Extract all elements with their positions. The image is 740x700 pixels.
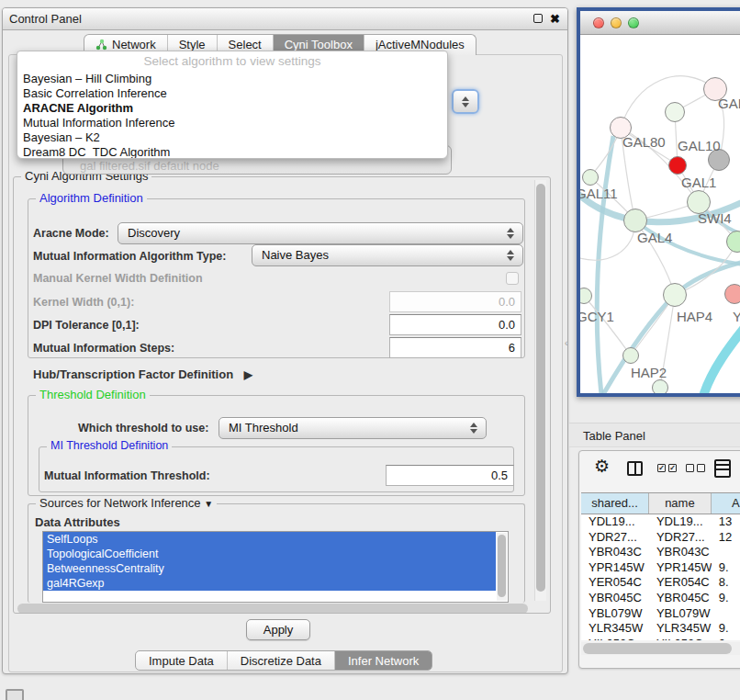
- table-row[interactable]: YDR27...YDR27...12: [581, 530, 740, 546]
- table-cell: 8.: [712, 575, 740, 591]
- network-view-window[interactable]: GALGAL80GAL10GAL1GAL11SWI4GAL4GCY1HAP4YH…: [577, 7, 740, 397]
- algorithm-popup-placeholder: Select algorithm to view settings: [17, 51, 447, 72]
- algorithm-option[interactable]: Dream8 DC_TDC Algorithm: [17, 145, 447, 159]
- table-row[interactable]: YBR045CYBR045C9.: [581, 591, 740, 606]
- network-node[interactable]: [582, 169, 599, 186]
- node-label-gal10: GAL10: [678, 138, 721, 153]
- node-label-y: Y: [733, 309, 740, 324]
- node-label-gal11: GAL11: [580, 186, 618, 201]
- gear-icon[interactable]: ⚙: [594, 458, 610, 475]
- minimize-traffic-light[interactable]: [611, 17, 622, 28]
- aracne-mode-combo[interactable]: Discovery: [118, 222, 523, 244]
- hub-definition-label: Hub/Transcription Factor Definition: [33, 367, 233, 381]
- spinner-arrows-icon: [470, 422, 477, 435]
- close-icon[interactable]: ✖: [550, 13, 562, 25]
- splitter-handle[interactable]: ‹: [565, 338, 567, 348]
- sources-group-title[interactable]: Sources for Network Inference ▼: [36, 496, 217, 510]
- mi-threshold-field[interactable]: 0.5: [386, 465, 514, 486]
- network-canvas[interactable]: GALGAL80GAL10GAL1GAL11SWI4GAL4GCY1HAP4YH…: [580, 35, 740, 393]
- table-cell: YBR045C: [649, 591, 712, 606]
- bottom-tabstrip: Impute DataDiscretize DataInfer Network: [135, 650, 432, 671]
- attribute-item[interactable]: TopologicalCoefficient: [43, 547, 496, 561]
- spinner-arrows-icon: [462, 96, 469, 108]
- network-node[interactable]: [622, 347, 639, 364]
- collapsed-arrow-icon: ▶: [244, 368, 252, 381]
- table-row[interactable]: YBR043CYBR043C: [581, 545, 740, 560]
- table-row[interactable]: YDL19...YDL19...13: [581, 514, 740, 530]
- which-threshold-combo[interactable]: MI Threshold: [219, 417, 487, 439]
- node-label-hap4: HAP4: [677, 309, 712, 324]
- float-window-icon[interactable]: [533, 13, 545, 25]
- deselect-all-boxes-icon[interactable]: [686, 464, 705, 472]
- list-scrollbar[interactable]: [497, 533, 507, 601]
- algorithm-option[interactable]: Bayesian – K2: [17, 130, 447, 145]
- dpi-tolerance-field[interactable]: 0.0: [389, 314, 521, 335]
- zoom-traffic-light[interactable]: [628, 17, 639, 28]
- dock-panel-icon[interactable]: [6, 689, 24, 700]
- column-header[interactable]: name: [649, 493, 712, 514]
- table-cell: YPR145W: [581, 560, 649, 576]
- hub-definition-toggle[interactable]: Hub/Transcription Factor Definition ▶: [33, 367, 252, 381]
- aracne-mode-value: Discovery: [128, 226, 180, 240]
- table-row[interactable]: YER054CYER054C8.: [581, 575, 740, 591]
- table-row[interactable]: YIL052CYIL052C0.: [581, 637, 740, 640]
- network-node[interactable]: [668, 156, 687, 175]
- table-row[interactable]: YPR145WYPR145W9.: [581, 560, 740, 576]
- mi-steps-field[interactable]: 6: [389, 337, 521, 358]
- algorithm-option[interactable]: Basic Correlation Inference: [17, 86, 447, 101]
- mi-type-combo[interactable]: Naive Bayes: [252, 244, 523, 266]
- kernel-width-label: Kernel Width (0,1):: [33, 296, 134, 309]
- tab-label: Select: [229, 38, 262, 51]
- apply-button[interactable]: Apply: [246, 619, 310, 640]
- mi-steps-label: Mutual Information Steps:: [33, 342, 174, 355]
- table-cell: [712, 606, 740, 622]
- tab-label: Network: [112, 38, 156, 51]
- table-cell: 12: [712, 530, 740, 546]
- manual-kernel-checkbox[interactable]: [506, 272, 519, 285]
- table-cell: YLR345W: [581, 621, 649, 637]
- columns-icon[interactable]: [627, 461, 643, 476]
- spinner-arrows-icon: [507, 249, 514, 262]
- table-cell: YBR045C: [581, 591, 649, 606]
- select-all-checks-icon[interactable]: ✓✓: [657, 464, 677, 472]
- algorithm-option[interactable]: Mutual Information Inference: [17, 116, 447, 130]
- expanded-arrow-icon: ▼: [204, 499, 213, 509]
- attribute-item[interactable]: gal4RGexp: [43, 576, 496, 591]
- export-table-icon[interactable]: [714, 459, 731, 478]
- sources-title-text: Sources for Network Inference: [39, 496, 201, 510]
- network-window-titlebar: [580, 11, 740, 35]
- table-row[interactable]: YBL079WYBL079W: [581, 606, 740, 622]
- column-header[interactable]: shared...: [581, 493, 649, 514]
- attribute-item[interactable]: BetweennessCentrality: [43, 561, 496, 576]
- table-row[interactable]: YLR345WYLR345W9.: [581, 621, 740, 637]
- tab-impute-data[interactable]: Impute Data: [136, 651, 228, 670]
- algorithm-option[interactable]: ARACNE Algorithm: [17, 101, 447, 116]
- table-cell: YER054C: [649, 575, 712, 591]
- algorithm-definition-title: Algorithm Definition: [36, 191, 147, 205]
- algorithm-option[interactable]: Bayesian – Hill Climbing: [17, 72, 447, 86]
- control-panel-titlebar: Control Panel ✖: [3, 8, 567, 30]
- table-cell: 13: [712, 514, 740, 530]
- data-attributes-list[interactable]: SelfLoopsTopologicalCoefficientBetweenne…: [42, 531, 509, 603]
- tab-infer-network[interactable]: Infer Network: [335, 651, 432, 670]
- node-table[interactable]: shared...nameA YDL19...YDL19...13YDR27..…: [581, 492, 740, 640]
- table-cell: 9.: [712, 621, 740, 637]
- attribute-item[interactable]: SelfLoops: [43, 532, 496, 547]
- tab-discretize-data[interactable]: Discretize Data: [228, 651, 335, 670]
- mi-type-label: Mutual Information Algorithm Type:: [33, 250, 226, 263]
- network-node[interactable]: [665, 102, 685, 122]
- node-label-gal: GAL: [718, 96, 740, 111]
- network-node[interactable]: [663, 283, 687, 307]
- table-horizontal-scrollbar[interactable]: [581, 642, 740, 655]
- table-cell: YDR27...: [581, 530, 649, 546]
- spinner-arrows-icon: [507, 227, 514, 240]
- close-traffic-light[interactable]: [593, 17, 604, 28]
- kernel-width-field[interactable]: 0.0: [389, 291, 521, 312]
- table-cell: YDL19...: [649, 514, 712, 530]
- column-header[interactable]: A: [712, 493, 740, 514]
- algorithm-combo-fragment[interactable]: [452, 89, 479, 114]
- network-node[interactable]: [724, 284, 740, 304]
- node-label-gal1: GAL1: [681, 175, 716, 190]
- node-label-gcy1: GCY1: [580, 309, 614, 324]
- network-node[interactable]: [652, 379, 668, 393]
